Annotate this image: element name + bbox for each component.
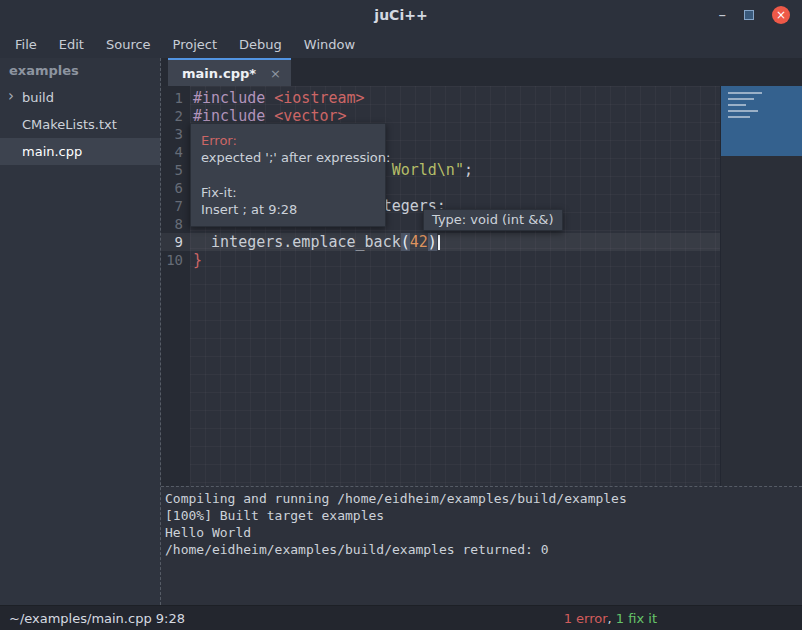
file-path-status: ~/examples/main.cpp 9:28 (9, 611, 185, 626)
diagnostic-spacer (201, 166, 375, 184)
tab-label: main.cpp* (182, 66, 256, 81)
fixit-text: Insert ; at 9:28 (201, 201, 375, 218)
minimap[interactable] (720, 86, 802, 486)
code-segment: <iostream> (274, 89, 364, 107)
file-tree-panel: examples ›buildCMakeLists.txtmain.cpp (0, 58, 161, 605)
line-number: 2 (161, 107, 190, 125)
menu-item-window[interactable]: Window (293, 30, 366, 58)
editor-panel: main.cpp*× 1#include <iostream>2#include… (161, 58, 802, 605)
code-segment: integers.emplace_back (193, 233, 401, 251)
main-area: examples ›buildCMakeLists.txtmain.cpp ma… (0, 58, 802, 605)
code-segment: ( (401, 233, 410, 251)
minimap-line-mark (728, 92, 762, 94)
line-number: 7 (161, 197, 190, 215)
fixit-count: 1 fix it (616, 611, 657, 626)
code-line-9[interactable]: 9 integers.emplace_back(42) (161, 233, 720, 251)
diagnostics-status: 1 error, 1 fix it (564, 611, 657, 626)
console-line: /home/eidheim/examples/build/examples re… (165, 541, 802, 558)
minimap-line-mark (728, 116, 750, 118)
minimap-line-mark (728, 98, 754, 100)
sidebar-item-label: build (22, 90, 54, 105)
code-segment: ; (464, 161, 473, 179)
file-tree: ›buildCMakeLists.txtmain.cpp (0, 84, 160, 165)
sidebar-item-build[interactable]: ›build (0, 84, 160, 111)
minimap-line-mark (728, 104, 746, 106)
maximize-icon[interactable] (744, 10, 754, 20)
error-count: 1 error (564, 611, 608, 626)
diagnostic-message: expected ';' after expression: (201, 149, 375, 166)
line-number: 10 (161, 251, 190, 269)
tab-bar: main.cpp*× (161, 58, 802, 86)
chevron-right-icon[interactable]: › (8, 88, 14, 105)
menu-item-edit[interactable]: Edit (48, 30, 95, 58)
window-controls: – × (719, 0, 791, 30)
menu-bar: FileEditSourceProjectDebugWindow (0, 30, 802, 58)
diagnostic-title: Error: (201, 132, 375, 149)
menu-item-file[interactable]: File (4, 30, 48, 58)
console-line: Hello World (165, 524, 802, 541)
minimap-slider[interactable] (721, 86, 802, 156)
line-number: 6 (161, 179, 190, 197)
tab-main-cpp[interactable]: main.cpp*× (168, 58, 291, 86)
sidebar-item-label: main.cpp (22, 144, 82, 159)
close-button[interactable]: × (772, 6, 790, 24)
console-line: Compiling and running /home/eidheim/exam… (165, 490, 802, 507)
code-line-1[interactable]: 1#include <iostream> (161, 89, 720, 107)
code-text: } (190, 251, 202, 269)
type-tooltip: Type: void (int &&) (423, 209, 563, 231)
menu-item-debug[interactable]: Debug (228, 30, 293, 58)
line-number: 5 (161, 161, 190, 179)
line-number: 9 (161, 233, 190, 251)
code-segment: 42 (410, 233, 428, 251)
line-number: 4 (161, 143, 190, 161)
code-segment: #include (193, 89, 274, 107)
line-number: 8 (161, 215, 190, 233)
console-line: [100%] Built target examples (165, 507, 802, 524)
code-text: integers.emplace_back(42) (190, 233, 440, 251)
build-output-console: Compiling and running /home/eidheim/exam… (161, 486, 802, 605)
minimize-button[interactable]: – (719, 8, 727, 23)
text-cursor (438, 235, 440, 250)
minimap-line-mark (728, 110, 758, 112)
line-number: 1 (161, 89, 190, 107)
sidebar-item-main-cpp[interactable]: main.cpp (0, 138, 160, 165)
sidebar-item-cmakelists-txt[interactable]: CMakeLists.txt (0, 111, 160, 138)
code-text: #include <iostream> (190, 89, 365, 107)
diagnostic-tooltip: Error: expected ';' after expression: Fi… (190, 123, 386, 227)
menu-item-project[interactable]: Project (162, 30, 228, 58)
fixit-title: Fix-it: (201, 184, 375, 201)
status-separator: , (608, 611, 616, 626)
code-segment: } (193, 251, 202, 269)
tab-close-icon[interactable]: × (270, 66, 281, 81)
line-number: 3 (161, 125, 190, 143)
menu-item-source[interactable]: Source (95, 30, 162, 58)
source-editor[interactable]: 1#include <iostream>2#include <vector>34… (161, 86, 802, 486)
project-name: examples (0, 58, 160, 84)
title-bar: juCi++ – × (0, 0, 802, 30)
sidebar-item-label: CMakeLists.txt (22, 117, 117, 132)
window-title: juCi++ (374, 7, 427, 23)
code-segment: ) (428, 233, 437, 251)
code-line-10[interactable]: 10} (161, 251, 720, 269)
code-area[interactable]: 1#include <iostream>2#include <vector>34… (161, 86, 720, 486)
minimap-text-marks (728, 92, 762, 118)
status-bar: ~/examples/main.cpp 9:28 1 error, 1 fix … (0, 605, 802, 630)
juci-window: juCi++ – × FileEditSourceProjectDebugWin… (0, 0, 802, 630)
